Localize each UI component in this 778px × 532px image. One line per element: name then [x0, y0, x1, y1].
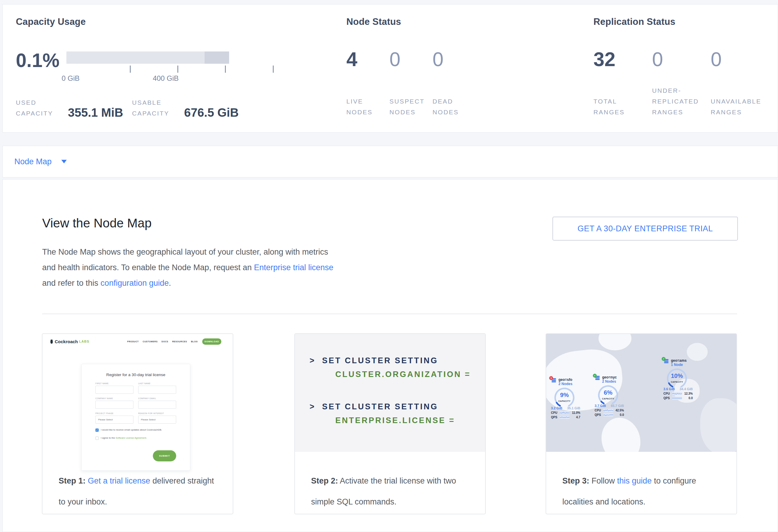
- axis-tick: [225, 66, 226, 73]
- cpu-sparkline: [603, 409, 613, 412]
- step1-card: Cockroach LABS PRODUCT CUSTOMERS DOCS RE…: [42, 333, 233, 514]
- step3-card: 1 geo=sfo 2 Nodes 9% CAPACITY: [546, 333, 737, 514]
- axis-tick: [177, 66, 178, 73]
- capacity-gauge: 6% CAPACITY: [597, 384, 619, 406]
- under-replicated-ranges-stat: 0 UNDER- REPLICATED RANGES: [652, 49, 711, 118]
- sql-prompt: >: [310, 356, 316, 365]
- qps-sparkline: [603, 413, 613, 416]
- node-status-stats: 4 LIVE NODES 0 SUSPECT NODES 0 DEAD NODE…: [346, 49, 476, 118]
- mini-download-button: DOWNLOAD: [202, 338, 221, 345]
- cockroach-labs-logo: Cockroach LABS: [50, 339, 89, 344]
- unavailable-ranges-stat: 0 UNAVAILABLE RANGES: [711, 49, 769, 118]
- mini-first-name-field: [95, 386, 134, 394]
- usable-capacity-label: USABLE CAPACITY: [132, 97, 178, 119]
- checkbox-unchecked-icon: [95, 437, 99, 440]
- qps-sparkline: [560, 415, 569, 419]
- total-ranges-count: 32: [594, 49, 652, 69]
- node-map-content-panel: View the Node Map GET A 30-DAY ENTERPRIS…: [2, 179, 778, 532]
- trial-license-form: Register for a 30-day trial license FIRS…: [81, 364, 190, 471]
- checkbox-checked-icon: ✓: [95, 429, 99, 432]
- get-trial-license-link[interactable]: Get a trial license: [88, 476, 150, 485]
- mini-reason-select: Please Select: [138, 415, 176, 424]
- node-status-title: Node Status: [346, 16, 401, 27]
- capacity-metrics: USED CAPACITY 355.1 MiB USABLE CAPACITY …: [16, 97, 239, 119]
- unavailable-ranges-count: 0: [711, 49, 769, 69]
- map-locality-nyc: ✓ geo=nyc 2 Nodes 6% CAPACITY: [595, 375, 624, 416]
- mini-form-title: Register for a 30-day trial license: [95, 373, 176, 377]
- healthy-badge: ✓: [593, 374, 597, 378]
- suspect-nodes-count: 0: [389, 49, 433, 69]
- used-capacity-metric: USED CAPACITY 355.1 MiB: [16, 97, 123, 119]
- live-nodes-stat: 4 LIVE NODES: [346, 49, 389, 118]
- page-title: View the Node Map: [42, 216, 152, 230]
- mini-site-nav: PRODUCT CUSTOMERS DOCS RESOURCES BLOG DO…: [123, 338, 221, 345]
- node-map-description: The Node Map shows the geographical layo…: [42, 244, 338, 291]
- live-nodes-count: 4: [346, 49, 389, 69]
- step3-caption: Step 3: Follow this guide to configure l…: [546, 452, 736, 512]
- node-map-dropdown[interactable]: Node Map: [14, 157, 52, 166]
- landmass-shape: [602, 418, 640, 452]
- used-capacity-value: 355.1 MiB: [68, 106, 123, 120]
- step1-caption: Step 1: Get a trial license delivered st…: [43, 468, 233, 512]
- chevron-down-icon: [61, 160, 67, 163]
- axis-tick: [273, 66, 274, 73]
- mini-last-name-field: [138, 386, 176, 394]
- under-replicated-ranges-count: 0: [652, 49, 711, 69]
- error-badge: 1: [549, 376, 553, 380]
- axis-tick-label: 400 GiB: [145, 74, 187, 83]
- usable-capacity-metric: USABLE CAPACITY 676.5 GiB: [132, 97, 239, 119]
- axis-tick-label: 0 GiB: [50, 74, 91, 83]
- total-ranges-stat: 32 TOTAL RANGES: [594, 49, 652, 118]
- enterprise-trial-license-link[interactable]: Enterprise trial license: [254, 263, 333, 272]
- map-locality-sfo: 1 geo=sfo 2 Nodes 9% CAPACITY: [551, 378, 580, 419]
- node-map-illustration: 1 geo=sfo 2 Nodes 9% CAPACITY: [546, 334, 736, 452]
- mini-license-agreement-link: Software License Agreement.: [115, 437, 147, 439]
- healthy-badge: ✓: [662, 357, 666, 361]
- dead-nodes-count: 0: [433, 49, 476, 69]
- dead-nodes-stat: 0 DEAD NODES: [433, 49, 476, 118]
- cpu-sparkline: [560, 411, 569, 414]
- capacity-used-percent: 0.1%: [16, 49, 60, 72]
- cpu-sparkline: [672, 392, 682, 395]
- usable-capacity-value: 676.5 GiB: [184, 106, 239, 120]
- capacity-usage-title: Capacity Usage: [16, 16, 86, 27]
- enterprise-trial-button[interactable]: GET A 30-DAY ENTERPRISE TRIAL: [552, 217, 738, 241]
- registration-screenshot: Cockroach LABS PRODUCT CUSTOMERS DOCS RE…: [43, 334, 233, 468]
- axis-tick: [130, 66, 131, 73]
- sql-prompt: >: [310, 402, 316, 411]
- landmass-shape: [687, 343, 708, 361]
- mini-project-phase-select: Please Select: [95, 415, 134, 424]
- sql-commands-illustration: >SET CLUSTER SETTING CLUSTER.ORGANIZATIO…: [295, 334, 485, 452]
- section-divider: [42, 314, 737, 314]
- cockroach-icon: [50, 339, 54, 344]
- map-locality-ams: ✓ geo=ams 1 Node 10% CAPACITY: [664, 359, 693, 400]
- capacity-bar-chart: 0 GiB 400 GiB: [66, 52, 229, 87]
- qps-sparkline: [672, 396, 682, 400]
- mini-submit-button: SUBMIT: [153, 450, 176, 461]
- mini-company-email-field: [138, 401, 176, 409]
- mini-company-name-field: [95, 401, 134, 409]
- sql-command: SET CLUSTER SETTING: [322, 356, 438, 365]
- capacity-gauge: 10% CAPACITY: [666, 368, 688, 389]
- cluster-overview-page: Capacity Usage 0.1% 0 GiB 400 GiB USED C…: [0, 0, 778, 532]
- suspect-nodes-stat: 0 SUSPECT NODES: [389, 49, 433, 118]
- step2-card: >SET CLUSTER SETTING CLUSTER.ORGANIZATIO…: [294, 333, 486, 514]
- used-capacity-label: USED CAPACITY: [16, 97, 61, 119]
- capacity-bar-other-segment: [205, 52, 229, 64]
- sql-arg-organization: CLUSTER.ORGANIZATION =: [335, 370, 471, 379]
- capacity-gauge: 9% CAPACITY: [554, 387, 575, 408]
- step2-caption: Step 2: Activate the trial license with …: [295, 452, 485, 512]
- this-guide-link[interactable]: this guide: [617, 476, 652, 485]
- cluster-summary-panel: Capacity Usage 0.1% 0 GiB 400 GiB USED C…: [2, 4, 778, 133]
- view-selector-bar[interactable]: Node Map: [2, 146, 778, 177]
- sql-command: SET CLUSTER SETTING: [322, 402, 438, 411]
- sql-arg-license: ENTERPRISE.LICENSE =: [335, 416, 455, 425]
- landmass-shape: [599, 334, 631, 351]
- configuration-guide-link[interactable]: configuration guide: [100, 279, 169, 288]
- replication-status-stats: 32 TOTAL RANGES 0 UNDER- REPLICATED RANG…: [594, 49, 769, 118]
- replication-status-title: Replication Status: [594, 16, 676, 27]
- capacity-bar-usable: [66, 52, 229, 64]
- landmass-shape: [700, 398, 736, 452]
